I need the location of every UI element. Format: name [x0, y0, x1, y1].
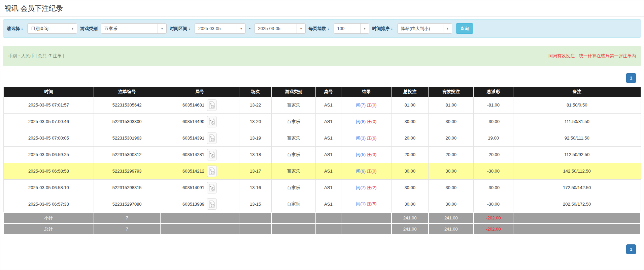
valid-bet: 30.00 — [429, 179, 474, 196]
round-id: 603514681 — [182, 102, 204, 108]
subtotal-count: 7 — [94, 212, 160, 223]
session-no: 13-22 — [239, 97, 272, 113]
bet-id: 522315297080 — [94, 196, 160, 212]
table-header: 时间 注单编号 局号 场次 游戏类别 桌号 结果 总投注 有效投注 总派彩 备注 — [3, 87, 641, 97]
bet-id: 522315305642 — [94, 97, 160, 113]
notice-text: 同局有效投注，统一计算在该局第一张注单内 — [548, 53, 636, 59]
subtotal-payout: -202.00 — [474, 212, 513, 223]
result-banker: 庄(0) — [367, 119, 377, 124]
payout: 19.00 — [474, 130, 513, 146]
bet-time: 2025-03-05 07:00:05 — [3, 130, 94, 146]
game-type-select[interactable]: 百家乐 ▼ — [101, 23, 167, 34]
pagination-bottom: 1 — [0, 235, 644, 254]
page-title: 视讯 会员下注纪录 — [0, 0, 644, 16]
total-bet-link[interactable]: 20.00 — [392, 146, 429, 163]
round-id-cell: 603514681 — [160, 97, 239, 113]
total-bet-link[interactable]: 30.00 — [392, 196, 429, 212]
game-type: 百家乐 — [272, 179, 316, 196]
video-replay-button[interactable] — [207, 166, 217, 177]
page-size-select[interactable]: 100 ▼ — [334, 23, 369, 34]
total-count: 7 — [94, 223, 160, 235]
remark: 81.50/0.50 — [513, 97, 641, 113]
chevron-down-icon[interactable]: ▼ — [158, 24, 166, 33]
header-session: 场次 — [239, 87, 272, 97]
round-id-cell: 603514490 — [160, 113, 239, 130]
result-player: 闲(3) — [356, 136, 366, 141]
chevron-down-icon[interactable]: ▼ — [237, 24, 245, 33]
search-button[interactable]: 查询 — [456, 23, 473, 34]
bet-time: 2025-03-05 06:59:25 — [3, 146, 94, 163]
total-bet-link[interactable]: 30.00 — [392, 179, 429, 196]
round-id-cell: 603514391 — [160, 130, 239, 146]
video-file-icon — [209, 200, 215, 208]
page-1-button[interactable]: 1 — [626, 73, 636, 83]
table-no: AS1 — [316, 146, 341, 163]
game-type: 百家乐 — [272, 196, 316, 212]
remark: 202.50/172.50 — [513, 196, 641, 212]
video-file-icon — [209, 134, 215, 142]
chevron-down-icon[interactable]: ▼ — [360, 24, 369, 33]
total-total-bet: 241.00 — [392, 223, 429, 235]
session-no: 13-16 — [239, 179, 272, 196]
query-type-value: 日期查询 — [28, 24, 68, 33]
total-valid-bet: 241.00 — [429, 223, 474, 235]
remark: 172.50/142.50 — [513, 179, 641, 196]
page-size-value: 100 — [334, 24, 360, 33]
query-type-label: 请选择： — [7, 26, 24, 32]
bet-id: 522315298315 — [94, 179, 160, 196]
game-type-label: 游戏类别 — [80, 26, 98, 32]
table-no: AS1 — [316, 163, 341, 179]
page-1-button[interactable]: 1 — [626, 244, 636, 254]
sort-order-label: 时间排序： — [372, 26, 394, 32]
result-cell: 闲(7) 庄(0) — [341, 97, 392, 113]
chevron-down-icon[interactable]: ▼ — [68, 24, 77, 33]
video-replay-button[interactable] — [207, 99, 217, 111]
video-file-icon — [209, 101, 215, 109]
session-no: 13-15 — [239, 196, 272, 212]
payout: -30.00 — [474, 196, 513, 212]
header-bet-id: 注单编号 — [94, 87, 160, 97]
header-time: 时间 — [3, 87, 94, 97]
result-cell: 闲(9) 庄(0) — [341, 163, 392, 179]
total-bet-link[interactable]: 30.00 — [392, 113, 429, 130]
bet-records-table: 时间 注单编号 局号 场次 游戏类别 桌号 结果 总投注 有效投注 总派彩 备注… — [3, 87, 641, 235]
title-divider — [0, 16, 644, 17]
video-replay-button[interactable] — [207, 198, 217, 210]
table-row: 2025-03-05 06:57:33 522315297080 6035139… — [3, 196, 641, 212]
payout: -20.00 — [474, 146, 513, 163]
chevron-down-icon[interactable]: ▼ — [443, 24, 452, 33]
bet-time: 2025-03-05 07:01:57 — [3, 97, 94, 113]
currency-summary-text: 币别：人民币 | 总共 :7 注单 | — [8, 53, 64, 59]
result-cell: 闲(3) 庄(6) — [341, 130, 392, 146]
date-to-select[interactable]: 2025-03-05 ▼ — [255, 23, 306, 34]
round-id: 603514490 — [182, 119, 204, 124]
subtotal-label: 小计 — [3, 212, 94, 223]
game-type: 百家乐 — [272, 113, 316, 130]
video-replay-button[interactable] — [207, 132, 217, 144]
chevron-down-icon[interactable]: ▼ — [297, 24, 305, 33]
query-type-select[interactable]: 日期查询 ▼ — [27, 23, 77, 34]
info-bar: 币别：人民币 | 总共 :7 注单 | 同局有效投注，统一计算在该局第一张注单内 — [3, 46, 641, 66]
header-valid-bet: 有效投注 — [429, 87, 474, 97]
video-replay-button[interactable] — [207, 182, 217, 193]
page-size-label: 每页笔数： — [309, 26, 331, 32]
round-id: 603514281 — [182, 152, 204, 157]
round-id-cell: 603514091 — [160, 179, 239, 196]
session-no: 13-19 — [239, 130, 272, 146]
table-summary: 小计 7 241.00 241.00 -202.00 总计 7 241.00 2… — [3, 212, 641, 235]
bet-time: 2025-03-05 06:58:10 — [3, 179, 94, 196]
header-game-type: 游戏类别 — [272, 87, 316, 97]
round-id: 603514391 — [182, 136, 204, 141]
total-bet-link[interactable]: 30.00 — [392, 163, 429, 179]
table-no: AS1 — [316, 113, 341, 130]
filter-panel: 请选择： 日期查询 ▼ 游戏类别 百家乐 ▼ 时间区间： 2025-03-05 … — [3, 19, 641, 38]
total-bet-link[interactable]: 81.00 — [392, 97, 429, 113]
total-bet-link[interactable]: 20.00 — [392, 130, 429, 146]
sort-order-select[interactable]: 降幂(由大到小) ▼ — [397, 23, 452, 34]
date-to-value: 2025-03-05 — [255, 24, 297, 33]
date-from-select[interactable]: 2025-03-05 ▼ — [195, 23, 246, 34]
valid-bet: 81.00 — [429, 97, 474, 113]
video-replay-button[interactable] — [207, 149, 217, 160]
video-replay-button[interactable] — [207, 116, 217, 127]
result-cell: 闲(8) 庄(0) — [341, 113, 392, 130]
